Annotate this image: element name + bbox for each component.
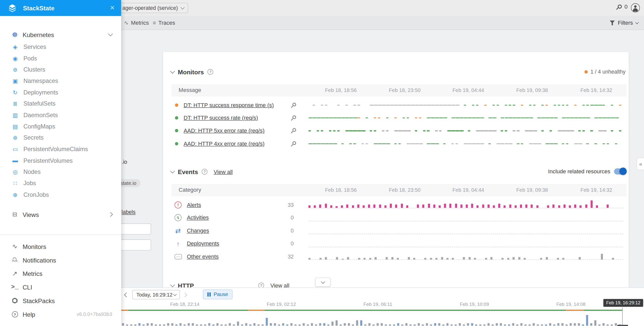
- sidebar-item-persistentvolumes[interactable]: ▬PersistentVolumes: [0, 155, 121, 166]
- stackpacks-icon: [11, 298, 18, 304]
- timeline-tick: Feb 18, 22:14: [170, 302, 200, 307]
- brand-name: StackState: [23, 5, 54, 12]
- collapse-chevron-icon[interactable]: [170, 169, 175, 173]
- timeline-chart[interactable]: [121, 308, 630, 326]
- timeline-scrollbar-thumb[interactable]: [617, 325, 628, 326]
- timeline-forward-button[interactable]: [181, 290, 188, 299]
- changes-icon: ⇄: [175, 227, 182, 234]
- time-tick: Feb 19, 09:38: [516, 84, 548, 96]
- sidebar-item-pods[interactable]: ◉Pods: [0, 52, 121, 64]
- sidebar-item-label: Jobs: [23, 180, 36, 186]
- sidebar-item-label: Pods: [23, 55, 37, 61]
- labels-link[interactable]: labels: [122, 209, 136, 215]
- sidebar-item-configmaps[interactable]: ▤ConfigMaps: [0, 121, 121, 132]
- time-range-value: Today, 16:29:12: [133, 292, 173, 298]
- event-histogram: [308, 213, 623, 221]
- pin-icon[interactable]: [290, 141, 296, 147]
- deployments-icon: ↻: [12, 89, 18, 95]
- event-category-link[interactable]: Other events: [187, 253, 219, 259]
- tab-traces[interactable]: ≡ Traces: [153, 16, 175, 30]
- help-icon[interactable]: [208, 69, 213, 75]
- daemonsets-icon: ▥: [12, 112, 18, 118]
- tab-metrics[interactable]: ∿ Metrics: [124, 16, 149, 30]
- sidebar-item-secrets[interactable]: ⊛Secrets: [0, 132, 121, 143]
- collapse-chevron-icon[interactable]: [170, 69, 175, 74]
- version-label: v6.0.0+7ba93b3: [77, 311, 112, 317]
- sidebar-item-statefulsets[interactable]: ≣StatefulSets: [0, 98, 121, 109]
- sidebar-item-clusters[interactable]: ⊚Clusters: [0, 64, 121, 75]
- event-row-other: ⋯ Other events 32: [163, 250, 629, 263]
- timeline-cursor-tooltip: Feb 19, 16:29:12: [603, 299, 643, 307]
- chevron-down-icon: [173, 292, 177, 296]
- sidebar-item-daemonsets[interactable]: ▥DaemonSets: [0, 109, 121, 121]
- pin-icon[interactable]: [290, 102, 296, 108]
- sidebar-item-metrics[interactable]: ↗ Metrics: [0, 268, 121, 279]
- event-category-link[interactable]: Activities: [187, 215, 209, 221]
- sidebar-item-label: Views: [23, 211, 39, 218]
- sidebar-item-notifications[interactable]: Notifications: [0, 254, 121, 266]
- event-count: 0: [277, 215, 294, 221]
- time-tick: Feb 19, 04:44: [453, 184, 484, 196]
- section-title: Events: [178, 168, 198, 175]
- column-header-message: Message: [179, 84, 201, 96]
- sidebar-item-deployments[interactable]: ↻Deployments: [0, 87, 121, 98]
- timeline-cursor[interactable]: [622, 308, 623, 326]
- event-category-link[interactable]: Deployments: [187, 241, 219, 247]
- sidebar-item-label: Secrets: [23, 135, 44, 141]
- pin-icon[interactable]: [290, 128, 296, 134]
- pause-button[interactable]: Pause: [203, 289, 233, 299]
- sidebar-item-jobs[interactable]: ∷Jobs: [0, 178, 121, 189]
- close-icon[interactable]: ×: [110, 3, 115, 13]
- view-all-link[interactable]: View all: [214, 169, 233, 175]
- sidebar-item-nodes[interactable]: ◎Nodes: [0, 166, 121, 177]
- menu-divider: [0, 235, 121, 235]
- sidebar-item-services[interactable]: ◈Services: [0, 41, 121, 52]
- pin-icon[interactable]: [290, 115, 296, 121]
- sidebar-item-cronjobs[interactable]: ⊕CronJobs: [0, 189, 121, 200]
- filters-button[interactable]: Filters: [609, 16, 638, 30]
- event-row-activities: ↯ Activities 0: [163, 211, 629, 224]
- url-fragment: .io: [122, 159, 127, 165]
- sidebar-item-monitors[interactable]: ∿ Monitors: [0, 241, 121, 252]
- right-panel-expander[interactable]: «: [637, 158, 644, 170]
- monitor-link[interactable]: DT: HTTP success response time (s): [184, 102, 274, 108]
- pv-icon: ▬: [12, 157, 18, 164]
- timeline-tick: Feb 19, 06:11: [364, 302, 392, 307]
- views-icon: ⊟: [11, 211, 18, 218]
- sidebar-item-label: DaemonSets: [23, 112, 58, 118]
- user-avatar[interactable]: [631, 3, 640, 12]
- pinned-items-button[interactable]: 0: [616, 4, 628, 10]
- monitor-health-timeline: [308, 99, 623, 111]
- monitors-icon: ∿: [11, 243, 18, 250]
- include-related-toggle[interactable]: [614, 168, 626, 174]
- event-category-link[interactable]: Alerts: [187, 202, 201, 208]
- filters-label: Filters: [618, 20, 633, 26]
- sidebar-item-label: Notifications: [23, 256, 56, 264]
- sidebar-item-stackpacks[interactable]: StackPacks: [0, 295, 121, 306]
- sidebar-item-kubernetes[interactable]: ☸ Kubernetes: [0, 29, 121, 40]
- timeline-back-button[interactable]: [123, 290, 130, 299]
- event-category-link[interactable]: Changes: [187, 228, 209, 234]
- sidebar-item-label: PersistentVolumes: [23, 157, 73, 164]
- monitor-link[interactable]: DT: HTTP success rate (req/s): [184, 115, 258, 121]
- timeline-collapse-button[interactable]: [315, 278, 331, 287]
- event-row-alerts: ! Alerts 33: [163, 199, 629, 211]
- collapse-chevron-icon[interactable]: [170, 282, 175, 287]
- sidebar-item-label: Monitors: [23, 243, 46, 250]
- sidebar-item-label: StackPacks: [23, 297, 55, 304]
- sidebar-item-persistentvolumeclaims[interactable]: ▭PersistentVolumeClaims: [0, 143, 121, 155]
- help-icon[interactable]: [202, 169, 208, 175]
- sidebar-item-namespaces[interactable]: ▣Namespaces: [0, 75, 121, 86]
- monitor-link[interactable]: AAD: HTTP 5xx error rate (req/s): [184, 128, 265, 134]
- time-range-picker[interactable]: Today, 16:29:12: [132, 290, 180, 299]
- sidebar-item-cli[interactable]: >_ CLI: [0, 281, 121, 293]
- monitor-link[interactable]: AAD: HTTP 4xx error rate (req/s): [184, 141, 265, 147]
- sidebar-item-views[interactable]: ⊟ Views: [0, 209, 121, 220]
- sidebar-item-help[interactable]: ? Help v6.0.0+7ba93b3: [0, 308, 121, 320]
- metrics-tab-icon: ∿: [124, 20, 128, 26]
- monitor-row: DT: HTTP success rate (req/s): [163, 111, 629, 124]
- other-events-icon: ⋯: [175, 254, 182, 259]
- sidebar-item-label: StatefulSets: [23, 100, 55, 107]
- menu-header: StackState ×: [0, 0, 121, 16]
- status-dot: [175, 116, 178, 119]
